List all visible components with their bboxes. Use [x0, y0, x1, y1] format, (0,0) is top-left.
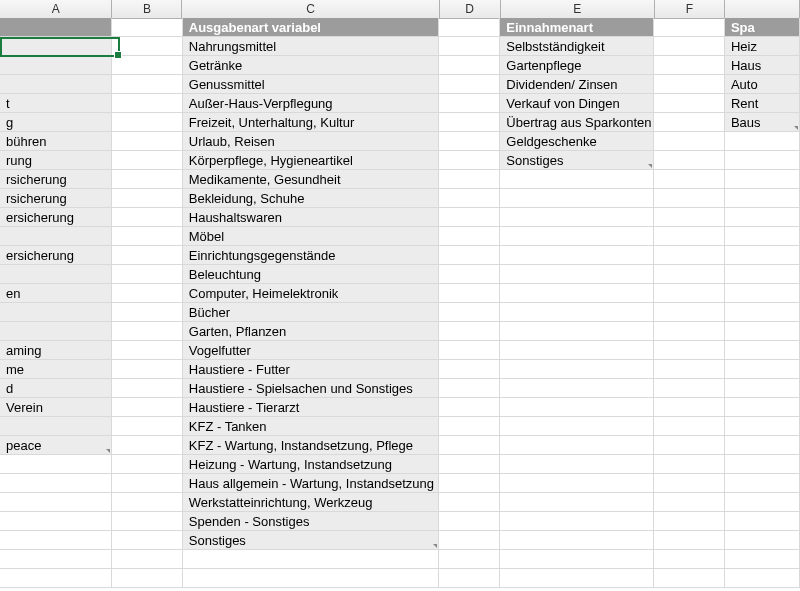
cell[interactable]: [654, 322, 724, 341]
cell[interactable]: [725, 322, 800, 341]
cell[interactable]: [500, 550, 654, 569]
cell[interactable]: [500, 303, 654, 322]
cell[interactable]: [500, 398, 654, 417]
cell[interactable]: [112, 170, 182, 189]
cell[interactable]: [725, 531, 800, 550]
cell[interactable]: KFZ - Wartung, Instandsetzung, Pflege: [183, 436, 439, 455]
cell[interactable]: [725, 227, 800, 246]
cell[interactable]: Getränke: [183, 56, 439, 75]
cell[interactable]: [112, 360, 182, 379]
cell[interactable]: [112, 284, 182, 303]
cell[interactable]: [725, 455, 800, 474]
cell[interactable]: [500, 531, 654, 550]
cell[interactable]: Geldgeschenke: [500, 132, 654, 151]
cell[interactable]: [654, 284, 724, 303]
cell[interactable]: [725, 379, 800, 398]
section-header-spar[interactable]: Spa: [725, 18, 800, 37]
cell[interactable]: [500, 474, 654, 493]
cell[interactable]: [439, 284, 500, 303]
cell[interactable]: [112, 246, 182, 265]
cell[interactable]: [654, 113, 724, 132]
cell[interactable]: [112, 151, 182, 170]
col-header-D[interactable]: D: [440, 0, 501, 18]
cell[interactable]: [725, 341, 800, 360]
cell[interactable]: [439, 512, 500, 531]
cell[interactable]: d: [0, 379, 112, 398]
cell[interactable]: [725, 436, 800, 455]
cell[interactable]: [500, 170, 654, 189]
cell[interactable]: [112, 303, 182, 322]
cell[interactable]: [654, 417, 724, 436]
cell[interactable]: ersicherung: [0, 208, 112, 227]
cell[interactable]: [112, 37, 182, 56]
cell[interactable]: Sonstiges: [500, 151, 654, 170]
cell[interactable]: Beleuchtung: [183, 265, 439, 284]
cell[interactable]: [654, 341, 724, 360]
cell[interactable]: [439, 379, 500, 398]
cell[interactable]: [0, 18, 112, 37]
cell[interactable]: [439, 531, 500, 550]
col-header-B[interactable]: B: [112, 0, 182, 18]
cell[interactable]: rsicherung: [0, 170, 112, 189]
cell[interactable]: [439, 360, 500, 379]
cell[interactable]: me: [0, 360, 112, 379]
grid[interactable]: Ausgabenart variabel Einnahmenart Spa Na…: [0, 18, 800, 591]
cell[interactable]: [654, 189, 724, 208]
cell[interactable]: peace: [0, 436, 112, 455]
cell[interactable]: [439, 227, 500, 246]
cell[interactable]: [439, 398, 500, 417]
cell[interactable]: [725, 493, 800, 512]
cell[interactable]: [500, 379, 654, 398]
cell[interactable]: [654, 360, 724, 379]
cell[interactable]: Auto: [725, 75, 800, 94]
cell[interactable]: [439, 455, 500, 474]
cell[interactable]: [439, 113, 500, 132]
cell[interactable]: [500, 265, 654, 284]
cell[interactable]: [654, 151, 724, 170]
cell[interactable]: [439, 265, 500, 284]
cell[interactable]: Werkstatteinrichtung, Werkzeug: [183, 493, 439, 512]
cell[interactable]: [654, 37, 724, 56]
cell[interactable]: [439, 56, 500, 75]
cell[interactable]: [0, 512, 112, 531]
cell[interactable]: [500, 227, 654, 246]
cell[interactable]: [725, 360, 800, 379]
cell[interactable]: Gartenpflege: [500, 56, 654, 75]
cell[interactable]: [112, 227, 182, 246]
cell[interactable]: [439, 417, 500, 436]
cell[interactable]: rung: [0, 151, 112, 170]
cell[interactable]: Bücher: [183, 303, 439, 322]
cell[interactable]: [112, 341, 182, 360]
cell[interactable]: [0, 37, 112, 56]
cell[interactable]: [654, 569, 724, 588]
cell[interactable]: [112, 531, 182, 550]
cell[interactable]: [654, 56, 724, 75]
col-header-A[interactable]: A: [0, 0, 112, 18]
cell[interactable]: [439, 436, 500, 455]
cell[interactable]: [112, 436, 182, 455]
cell[interactable]: Genussmittel: [183, 75, 439, 94]
cell[interactable]: Übertrag aus Sparkonten: [500, 113, 654, 132]
cell[interactable]: [439, 170, 500, 189]
cell[interactable]: [0, 569, 112, 588]
cell[interactable]: t: [0, 94, 112, 113]
col-header-G[interactable]: [725, 0, 800, 18]
cell[interactable]: [500, 360, 654, 379]
cell[interactable]: [725, 246, 800, 265]
col-header-E[interactable]: E: [501, 0, 655, 18]
cell[interactable]: [112, 455, 182, 474]
cell[interactable]: [654, 75, 724, 94]
cell[interactable]: Urlaub, Reisen: [183, 132, 439, 151]
cell[interactable]: Verein: [0, 398, 112, 417]
cell[interactable]: [0, 474, 112, 493]
cell[interactable]: [725, 265, 800, 284]
cell[interactable]: Nahrungsmittel: [183, 37, 439, 56]
cell[interactable]: [500, 322, 654, 341]
cell[interactable]: [725, 189, 800, 208]
cell[interactable]: [725, 303, 800, 322]
cell[interactable]: [654, 474, 724, 493]
cell[interactable]: [112, 398, 182, 417]
cell[interactable]: [725, 132, 800, 151]
cell[interactable]: [725, 284, 800, 303]
cell[interactable]: [0, 531, 112, 550]
